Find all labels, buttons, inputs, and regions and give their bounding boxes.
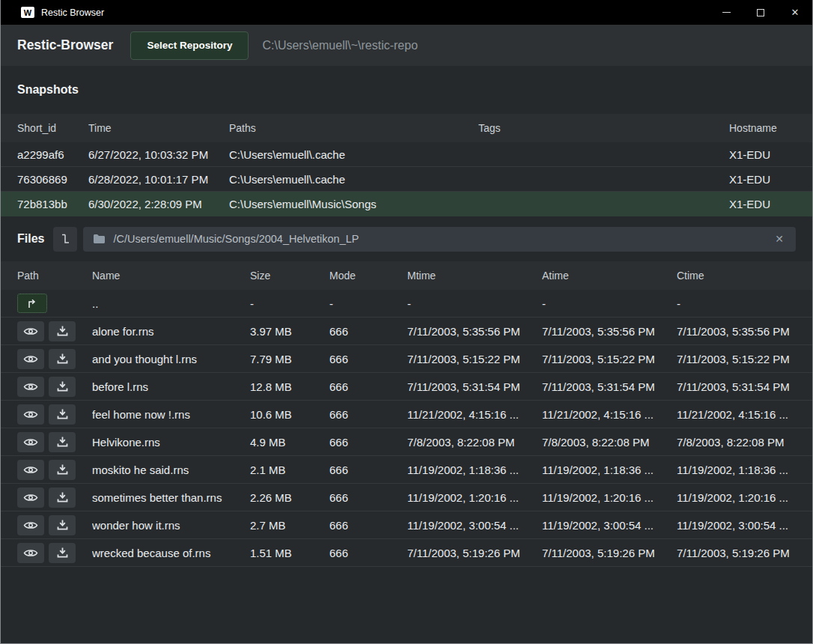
file-size: 7.79 MB <box>250 353 329 365</box>
download-button[interactable] <box>49 349 76 369</box>
files-toolbar: Files /C/Users/emuell/Music/Songs/2004_H… <box>1 216 812 261</box>
download-button[interactable] <box>49 515 76 535</box>
eye-icon <box>23 354 38 364</box>
eye-icon <box>23 326 38 336</box>
column-header-tags[interactable]: Tags <box>478 122 729 134</box>
file-atime: 11/19/2002, 3:00:54 ... <box>542 519 677 532</box>
file-row[interactable]: and you thought l.rns 7.79 MB 666 7/11/2… <box>1 345 812 373</box>
column-header-short-id[interactable]: Short_id <box>17 122 88 134</box>
download-button[interactable] <box>49 321 76 341</box>
file-ctime: 7/11/2003, 5:31:54 PM <box>677 380 796 393</box>
breadcrumb-clear-icon[interactable]: ✕ <box>773 233 786 245</box>
preview-button[interactable] <box>17 349 44 369</box>
preview-button[interactable] <box>17 543 44 563</box>
eye-icon <box>23 548 38 558</box>
preview-button[interactable] <box>17 377 44 397</box>
window-title: Restic Browser <box>41 7 104 18</box>
preview-button[interactable] <box>17 321 44 341</box>
maximize-button[interactable] <box>743 0 778 25</box>
download-icon <box>57 520 68 530</box>
subdirectory-icon <box>60 233 70 245</box>
close-button[interactable]: ✕ <box>778 0 812 25</box>
file-name: wonder how it.rns <box>92 519 250 532</box>
tree-toggle-button[interactable] <box>53 227 77 252</box>
file-mtime: 7/8/2003, 8:22:08 PM <box>407 436 542 449</box>
download-button[interactable] <box>49 377 76 397</box>
file-row[interactable]: wonder how it.rns 2.7 MB 666 11/19/2002,… <box>1 511 812 539</box>
column-header-mode[interactable]: Mode <box>329 270 407 282</box>
file-mtime: 7/11/2003, 5:19:26 PM <box>407 547 542 559</box>
download-button[interactable] <box>49 487 76 508</box>
file-name: moskito he said.rns <box>92 464 250 476</box>
preview-button[interactable] <box>17 460 44 480</box>
file-row[interactable]: wrecked because of.rns 1.51 MB 666 7/11/… <box>1 539 812 567</box>
minimize-button[interactable] <box>709 0 743 25</box>
file-row[interactable]: moskito he said.rns 2.1 MB 666 11/19/200… <box>1 456 812 484</box>
select-repository-button[interactable]: Select Repository <box>130 31 249 60</box>
file-atime: 7/11/2003, 5:15:22 PM <box>542 353 677 365</box>
parent-directory-row[interactable]: .. - - - - - <box>1 290 812 318</box>
window-controls: ✕ <box>709 0 812 25</box>
maximize-icon <box>757 9 764 16</box>
file-size: 2.1 MB <box>250 464 329 476</box>
file-ctime: 7/11/2003, 5:35:56 PM <box>677 325 796 338</box>
download-icon <box>57 437 68 447</box>
file-row[interactable]: before l.rns 12.8 MB 666 7/11/2003, 5:31… <box>1 373 812 401</box>
breadcrumb-path: /C/Users/emuell/Music/Songs/2004_Helveti… <box>113 233 359 245</box>
file-atime: 11/21/2002, 4:15:16 ... <box>542 408 677 421</box>
column-header-ctime[interactable]: Ctime <box>677 270 796 282</box>
titlebar[interactable]: W Restic Browser ✕ <box>1 0 812 25</box>
file-row[interactable]: feel home now !.rns 10.6 MB 666 11/21/20… <box>1 401 812 428</box>
preview-button[interactable] <box>17 404 44 425</box>
column-header-time[interactable]: Time <box>88 122 229 134</box>
column-header-hostname[interactable]: Hostname <box>729 122 796 134</box>
file-size: 3.97 MB <box>250 325 329 338</box>
column-header-name[interactable]: Name <box>92 270 250 282</box>
file-atime: 7/11/2003, 5:35:56 PM <box>542 325 677 338</box>
download-button[interactable] <box>49 432 76 452</box>
file-mode: 666 <box>329 436 407 449</box>
breadcrumb[interactable]: /C/Users/emuell/Music/Songs/2004_Helveti… <box>83 227 796 252</box>
folder-icon <box>93 234 106 244</box>
column-header-mtime[interactable]: Mtime <box>407 270 542 282</box>
file-size: 10.6 MB <box>250 408 329 421</box>
file-mtime: 11/21/2002, 4:15:16 ... <box>407 408 542 421</box>
file-mode: 666 <box>329 464 407 476</box>
preview-button[interactable] <box>17 432 44 452</box>
file-mode: 666 <box>329 353 407 365</box>
column-header-paths[interactable]: Paths <box>229 122 478 134</box>
file-size: 1.51 MB <box>250 547 329 559</box>
snapshot-hostname: X1-EDU <box>729 148 796 161</box>
snapshot-row[interactable]: 72b813bb 6/30/2022, 2:28:09 PM C:\Users\… <box>1 192 812 216</box>
go-up-button[interactable] <box>17 294 47 313</box>
snapshot-paths: C:\Users\emuell\.cache <box>229 148 478 161</box>
file-name: Helvikone.rns <box>92 436 250 449</box>
snapshot-row[interactable]: 76306869 6/28/2022, 10:01:17 PM C:\Users… <box>1 167 812 192</box>
file-mtime: 7/11/2003, 5:35:56 PM <box>407 325 542 338</box>
column-header-atime[interactable]: Atime <box>542 270 677 282</box>
file-ctime: 11/21/2002, 4:15:16 ... <box>677 408 796 421</box>
snapshot-short-id: 76306869 <box>17 173 88 186</box>
column-header-path[interactable]: Path <box>17 270 92 282</box>
snapshot-short-id: a2299af6 <box>17 148 88 161</box>
file-ctime: 11/19/2002, 1:20:16 ... <box>677 491 796 504</box>
file-row[interactable]: alone for.rns 3.97 MB 666 7/11/2003, 5:3… <box>1 318 812 345</box>
eye-icon <box>23 520 38 530</box>
file-row[interactable]: sometimes better than.rns 2.26 MB 666 11… <box>1 484 812 511</box>
snapshot-row[interactable]: a2299af6 6/27/2022, 10:03:32 PM C:\Users… <box>1 142 812 167</box>
download-button[interactable] <box>49 404 76 425</box>
column-header-size[interactable]: Size <box>250 270 329 282</box>
file-mode: 666 <box>329 380 407 393</box>
snapshot-time: 6/28/2022, 10:01:17 PM <box>88 173 229 186</box>
preview-button[interactable] <box>17 515 44 535</box>
download-button[interactable] <box>49 543 76 563</box>
snapshot-paths: C:\Users\emuell\Music\Songs <box>229 198 478 210</box>
files-table-body: alone for.rns 3.97 MB 666 7/11/2003, 5:3… <box>1 318 812 567</box>
file-row[interactable]: Helvikone.rns 4.9 MB 666 7/8/2003, 8:22:… <box>1 428 812 456</box>
app-title: Restic-Browser <box>17 37 113 53</box>
file-atime: 11/19/2002, 1:18:36 ... <box>542 464 677 476</box>
file-mtime: - <box>407 297 542 310</box>
preview-button[interactable] <box>17 487 44 508</box>
file-size: 2.26 MB <box>250 491 329 504</box>
download-button[interactable] <box>49 460 76 480</box>
